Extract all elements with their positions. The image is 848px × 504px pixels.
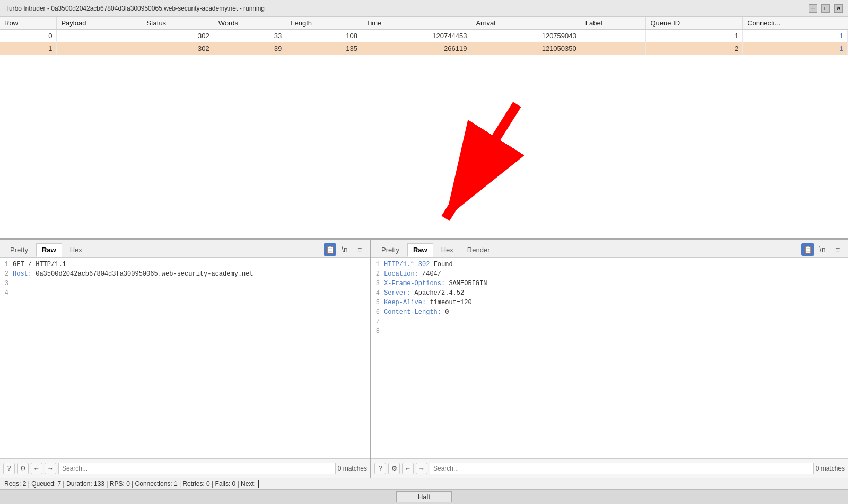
cell-time: 266119 bbox=[362, 42, 471, 55]
code-line: 8 bbox=[371, 326, 848, 336]
cell-connection: 1 bbox=[743, 30, 848, 42]
main-content: Row Payload Status Words Length Time Arr… bbox=[0, 17, 848, 504]
col-payload[interactable]: Payload bbox=[57, 17, 142, 30]
search-matches-left: 0 matches bbox=[338, 465, 367, 472]
code-line: 4 bbox=[0, 288, 370, 298]
cell-words: 39 bbox=[214, 42, 286, 55]
col-arrival[interactable]: Arrival bbox=[471, 17, 581, 30]
response-tab-bar: Pretty Raw Hex Render 📋 \n ≡ bbox=[371, 240, 848, 258]
status-bar: Reqs: 2 | Queued: 7 | Duration: 133 | RP… bbox=[0, 478, 848, 489]
minimize-button[interactable]: ─ bbox=[809, 4, 817, 13]
cell-payload bbox=[57, 42, 142, 55]
newline-icon-right[interactable]: \n bbox=[816, 243, 829, 256]
col-time[interactable]: Time bbox=[362, 17, 471, 30]
request-code-area: 1 GET / HTTP/1.1 2 Host: 0a3500d2042acb6… bbox=[0, 258, 370, 458]
table-row[interactable]: 1 302 39 135 266119 121050350 2 1 bbox=[0, 42, 848, 55]
cell-queueid: 2 bbox=[646, 42, 743, 55]
col-words[interactable]: Words bbox=[214, 17, 286, 30]
response-code-area: 1 HTTP/1.1 302 Found 2 Location: /404/ 3… bbox=[371, 258, 848, 458]
cell-arrival: 121050350 bbox=[471, 42, 581, 55]
status-cursor bbox=[258, 480, 259, 488]
tab-hex-request[interactable]: Hex bbox=[64, 243, 88, 256]
response-search-bar: ? ⚙ ← → 0 matches bbox=[371, 458, 848, 478]
request-tab-bar: Pretty Raw Hex 📋 \n ≡ bbox=[0, 240, 370, 258]
title-bar: Turbo Intruder - 0a3500d2042acb67804d3fa… bbox=[0, 0, 848, 17]
cell-length: 108 bbox=[286, 30, 362, 42]
cell-length: 135 bbox=[286, 42, 362, 55]
tab-hex-response[interactable]: Hex bbox=[435, 243, 459, 256]
code-line: 1 HTTP/1.1 302 Found bbox=[371, 260, 848, 269]
cell-time: 120744453 bbox=[362, 30, 471, 42]
col-length[interactable]: Length bbox=[286, 17, 362, 30]
request-panel: Pretty Raw Hex 📋 \n ≡ 1 GET / HTTP/1.1 2… bbox=[0, 240, 371, 478]
results-table-section: Row Payload Status Words Length Time Arr… bbox=[0, 17, 848, 240]
forward-button-right[interactable]: → bbox=[416, 463, 427, 474]
bottom-panels: Pretty Raw Hex 📋 \n ≡ 1 GET / HTTP/1.1 2… bbox=[0, 240, 848, 478]
back-button-right[interactable]: ← bbox=[402, 463, 414, 474]
cell-words: 33 bbox=[214, 30, 286, 42]
col-connection[interactable]: Connecti... bbox=[743, 17, 848, 30]
clipboard-icon[interactable]: 📋 bbox=[324, 243, 336, 256]
col-row[interactable]: Row bbox=[0, 17, 57, 30]
tab-raw-request[interactable]: Raw bbox=[36, 243, 62, 257]
settings-button-left[interactable]: ⚙ bbox=[17, 463, 29, 474]
tab-render-response[interactable]: Render bbox=[461, 243, 496, 256]
col-label[interactable]: Label bbox=[581, 17, 646, 30]
code-line: 7 bbox=[371, 317, 848, 326]
search-input-left[interactable] bbox=[58, 463, 336, 474]
cell-payload bbox=[57, 30, 142, 42]
help-button-right[interactable]: ? bbox=[374, 463, 386, 474]
tab-raw-response[interactable]: Raw bbox=[407, 243, 433, 257]
cell-connection: 1 bbox=[743, 42, 848, 55]
request-search-bar: ? ⚙ ← → 0 matches bbox=[0, 458, 370, 478]
window-title: Turbo Intruder - 0a3500d2042acb67804d3fa… bbox=[5, 5, 265, 12]
code-line: 3 X-Frame-Options: SAMEORIGIN bbox=[371, 279, 848, 288]
cell-status: 302 bbox=[142, 42, 214, 55]
table-row[interactable]: 0 302 33 108 120744453 120759043 1 1 bbox=[0, 30, 848, 42]
code-line: 6 Content-Length: 0 bbox=[371, 307, 848, 317]
cell-status: 302 bbox=[142, 30, 214, 42]
col-queueid[interactable]: Queue ID bbox=[646, 17, 743, 30]
cell-label bbox=[581, 42, 646, 55]
cell-queueid: 1 bbox=[646, 30, 743, 42]
cell-row: 1 bbox=[0, 42, 57, 55]
settings-button-right[interactable]: ⚙ bbox=[388, 463, 400, 474]
menu-icon-right[interactable]: ≡ bbox=[831, 243, 844, 256]
code-line: 3 bbox=[0, 279, 370, 288]
newline-icon[interactable]: \n bbox=[338, 243, 351, 256]
code-line: 2 Host: 0a3500d2042acb67804d3fa300950065… bbox=[0, 269, 370, 279]
back-button-left[interactable]: ← bbox=[31, 463, 42, 474]
col-status[interactable]: Status bbox=[142, 17, 214, 30]
svg-line-1 bbox=[445, 104, 517, 218]
code-line: 5 Keep-Alive: timeout=120 bbox=[371, 298, 848, 307]
cell-row: 0 bbox=[0, 30, 57, 42]
help-button-left[interactable]: ? bbox=[3, 463, 15, 474]
tab-pretty-request[interactable]: Pretty bbox=[4, 243, 34, 256]
table-header-row: Row Payload Status Words Length Time Arr… bbox=[0, 17, 848, 30]
response-panel: Pretty Raw Hex Render 📋 \n ≡ 1 HTTP/1.1 … bbox=[371, 240, 848, 478]
cell-arrival: 120759043 bbox=[471, 30, 581, 42]
window-controls: ─ □ ✕ bbox=[809, 4, 843, 13]
search-matches-right: 0 matches bbox=[816, 465, 845, 472]
halt-bar: Halt bbox=[0, 489, 848, 504]
search-input-right[interactable] bbox=[430, 463, 814, 474]
forward-button-left[interactable]: → bbox=[45, 463, 56, 474]
results-table: Row Payload Status Words Length Time Arr… bbox=[0, 17, 848, 55]
status-text: Reqs: 2 | Queued: 7 | Duration: 133 | RP… bbox=[4, 480, 256, 488]
cell-label bbox=[581, 30, 646, 42]
code-line: 1 GET / HTTP/1.1 bbox=[0, 260, 370, 269]
menu-icon-left[interactable]: ≡ bbox=[353, 243, 366, 256]
tab-pretty-response[interactable]: Pretty bbox=[375, 243, 405, 256]
maximize-button[interactable]: □ bbox=[821, 4, 830, 13]
code-line: 4 Server: Apache/2.4.52 bbox=[371, 288, 848, 298]
close-button[interactable]: ✕ bbox=[834, 4, 843, 13]
code-line: 2 Location: /404/ bbox=[371, 269, 848, 279]
clipboard-icon-right[interactable]: 📋 bbox=[801, 243, 814, 256]
halt-button[interactable]: Halt bbox=[396, 491, 452, 502]
